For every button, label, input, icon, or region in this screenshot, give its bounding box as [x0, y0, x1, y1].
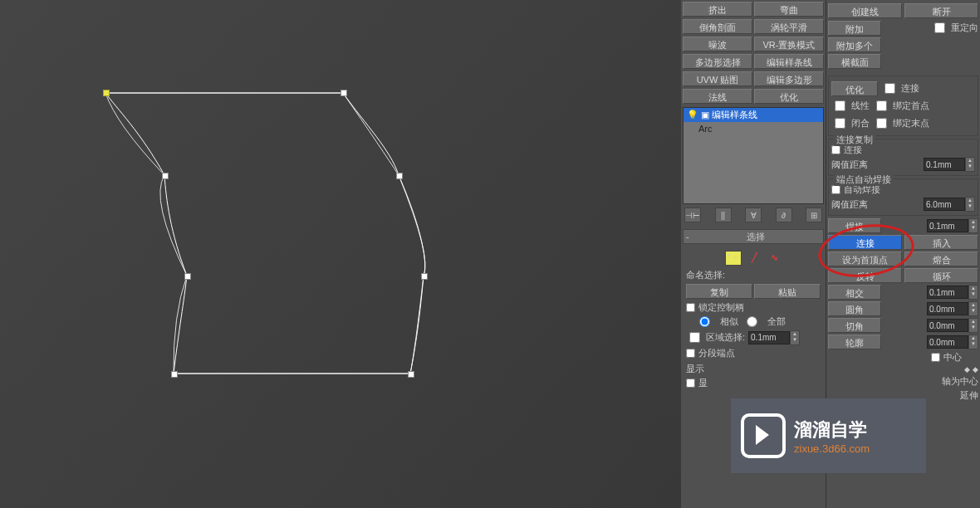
cross-button[interactable]: 相交: [828, 285, 881, 300]
make-first-button[interactable]: 设为首顶点: [828, 252, 902, 266]
play-icon: [741, 413, 786, 458]
spinner-arrows[interactable]: ▲▼: [965, 197, 975, 212]
vertex[interactable]: [341, 90, 347, 96]
chamfer-button[interactable]: 切角: [828, 318, 881, 333]
attach-multi-button[interactable]: 附加多个: [828, 37, 881, 52]
insert-button[interactable]: 插入: [904, 235, 978, 250]
lock-handles-checkbox[interactable]: [686, 303, 695, 312]
watermark-title: 溜溜自学: [794, 419, 867, 440]
spline-mode-icon[interactable]: ∿: [767, 251, 782, 264]
center-checkbox[interactable]: [931, 353, 940, 362]
display-check-label: 显: [698, 377, 708, 389]
connect-checkbox[interactable]: [884, 83, 895, 94]
stack-arc[interactable]: Arc: [684, 122, 823, 136]
outline-button[interactable]: 轮廓: [828, 335, 881, 349]
copy-button[interactable]: 复制: [686, 284, 752, 299]
weld-spinner[interactable]: [927, 219, 968, 232]
reverse-button[interactable]: 反转: [828, 268, 902, 283]
mod-turbosmooth[interactable]: 涡轮平滑: [754, 19, 824, 34]
mod-noise[interactable]: 噪波: [683, 37, 752, 51]
selection-rollout-header[interactable]: -选择: [683, 229, 824, 244]
plus-icon[interactable]: ▣: [701, 108, 709, 122]
outline-spinner[interactable]: [927, 335, 968, 349]
linear-checkbox[interactable]: [835, 100, 845, 111]
spinner-arrows[interactable]: ▲▼: [790, 330, 800, 345]
mod-normal[interactable]: 法线: [683, 89, 752, 104]
center-label: 中心: [943, 351, 962, 364]
vertex[interactable]: [421, 273, 428, 280]
threshold1-spinner[interactable]: [924, 158, 965, 171]
segment-end-checkbox[interactable]: [686, 349, 695, 358]
mod-edit-poly[interactable]: 编辑多边形: [754, 71, 824, 86]
mod-edit-spline[interactable]: 编辑样条线: [754, 54, 824, 69]
pin-icon[interactable]: ⊣⊢: [684, 208, 701, 222]
stack-edit-spline[interactable]: 💡 ▣ 编辑样条线: [684, 108, 823, 122]
mod-poly-select[interactable]: 多边形选择: [683, 54, 752, 69]
connect-button[interactable]: 连接: [828, 235, 902, 250]
closed-label: 闭合: [851, 117, 870, 129]
mod-bend[interactable]: 弯曲: [754, 2, 824, 17]
break-button[interactable]: 断开: [904, 3, 978, 18]
vertex[interactable]: [184, 273, 191, 280]
vertex-mode-icon[interactable]: ⠁⠂: [725, 251, 742, 266]
attach-button[interactable]: 附加: [828, 21, 881, 36]
area-select-label: 区域选择:: [706, 331, 745, 344]
vertex-selected[interactable]: [103, 90, 110, 96]
spinner-arrows[interactable]: ▲▼: [968, 218, 978, 233]
spinner-arrows[interactable]: ▲▼: [968, 318, 978, 333]
remove-icon[interactable]: ∂: [776, 208, 792, 222]
viewport[interactable]: [0, 0, 681, 508]
watermark: 溜溜自学 zixue.3d66.com: [731, 398, 926, 473]
make-unique-icon[interactable]: ∀: [745, 208, 762, 222]
mod-extrude[interactable]: 挤出: [683, 2, 752, 17]
optimize-button[interactable]: 优化: [831, 81, 878, 96]
paste-button[interactable]: 粘贴: [754, 284, 821, 299]
fuse-button[interactable]: 熔合: [904, 252, 978, 266]
all-radio[interactable]: [747, 316, 757, 327]
closed-checkbox[interactable]: [835, 118, 845, 129]
reorient-label: 重定向: [951, 22, 978, 34]
bind-first-checkbox[interactable]: [876, 100, 887, 111]
segment-end-label: 分段端点: [698, 347, 735, 359]
create-line-button[interactable]: 创建线: [828, 3, 902, 18]
threshold2-spinner[interactable]: [924, 198, 965, 211]
fillet-spinner[interactable]: [927, 302, 968, 315]
display-checkbox[interactable]: [686, 379, 695, 388]
spinner-arrows[interactable]: ▲▼: [968, 301, 978, 316]
bulb-icon: 💡: [687, 108, 698, 122]
auto-weld-checkbox[interactable]: [831, 185, 840, 194]
configure-icon[interactable]: ⊞: [806, 208, 822, 222]
mod-uvw-map[interactable]: UVW 贴图: [683, 71, 752, 86]
display-label: 显示: [686, 363, 821, 375]
connect-copy-group-label: 连接复制: [834, 134, 875, 146]
cross-spinner[interactable]: [927, 286, 968, 299]
vertex[interactable]: [396, 173, 403, 179]
connect-copy-checkbox[interactable]: [831, 145, 840, 154]
stack-toolbar: ⊣⊢ || ∀ ∂ ⊞: [683, 204, 824, 226]
linear-label: 线性: [851, 100, 870, 112]
auto-weld-group-label: 端点自动焊接: [834, 173, 894, 186]
spinner-arrows[interactable]: ▲▼: [965, 157, 975, 172]
mod-bevel-profile[interactable]: 倒角剖面: [683, 19, 752, 34]
show-end-icon[interactable]: ||: [715, 208, 732, 222]
fillet-button[interactable]: 圆角: [828, 301, 881, 316]
reorient-checkbox[interactable]: [934, 22, 945, 33]
chamfer-spinner[interactable]: [927, 319, 968, 332]
spinner-arrows[interactable]: ▲▼: [968, 335, 978, 349]
weld-button[interactable]: 焊接: [828, 218, 881, 233]
mod-optimize[interactable]: 优化: [754, 89, 824, 104]
similar-radio[interactable]: [699, 316, 710, 327]
modifier-stack[interactable]: 💡 ▣ 编辑样条线 Arc: [683, 107, 824, 204]
vertex[interactable]: [408, 371, 414, 378]
cross-section-button[interactable]: 横截面: [828, 54, 881, 69]
cycle-button[interactable]: 循环: [904, 268, 978, 283]
vertex[interactable]: [162, 173, 169, 179]
mod-vr-displace[interactable]: VR-置换模式: [754, 37, 824, 51]
bind-last-checkbox[interactable]: [876, 118, 887, 129]
rollout-title: 选择: [688, 230, 823, 243]
spinner-arrows[interactable]: ▲▼: [968, 285, 978, 300]
area-select-spinner[interactable]: [748, 331, 790, 344]
segment-mode-icon[interactable]: ╱: [747, 251, 762, 264]
vertex[interactable]: [171, 371, 178, 378]
area-select-checkbox[interactable]: [689, 332, 700, 343]
